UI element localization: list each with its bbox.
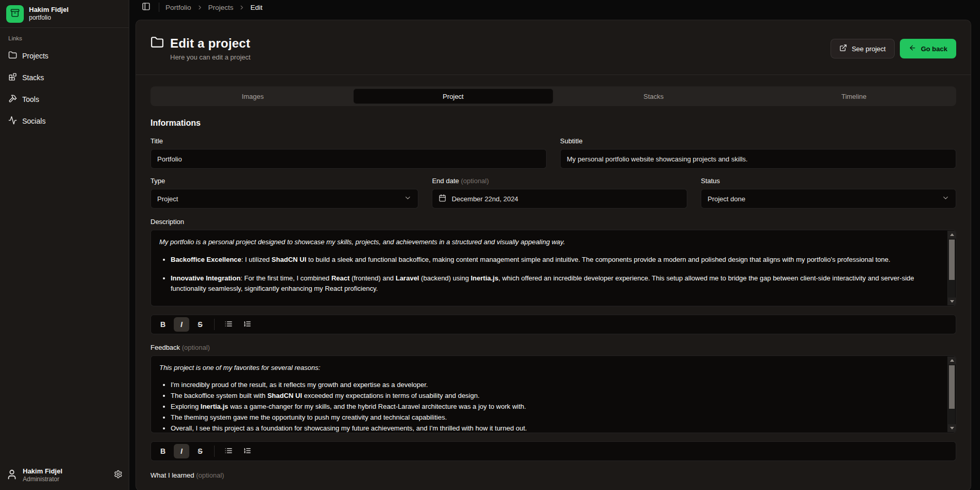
section-title: Informations: [150, 118, 956, 128]
subtitle-label: Subtitle: [560, 137, 956, 145]
strikethrough-button[interactable]: S: [192, 317, 208, 332]
sidebar-item-label: Socials: [22, 117, 46, 125]
ordered-list-button[interactable]: [239, 317, 255, 332]
user-icon: [6, 469, 18, 482]
ordered-list-button[interactable]: [239, 444, 255, 458]
sidebar-group-label: Links: [5, 35, 124, 47]
folder-icon: [8, 51, 17, 61]
folder-icon: [150, 36, 164, 51]
workspace-switcher[interactable]: Hakim Fidjel portfolio: [0, 0, 129, 28]
sidebar-item-label: Tools: [22, 95, 39, 103]
feedback-editor[interactable]: This project is one of my favorites for …: [150, 355, 956, 433]
page-title: Edit a project: [170, 36, 250, 51]
description-scrollbar[interactable]: [947, 231, 955, 305]
go-back-label: Go back: [921, 45, 947, 53]
subtitle-field-group: Subtitle: [560, 137, 956, 169]
status-field-group: Status Project done: [701, 177, 956, 209]
blocks-icon: [8, 72, 17, 83]
description-label: Description: [150, 218, 956, 226]
workspace-logo: [6, 5, 24, 23]
description-toolbar: B I S: [150, 315, 956, 334]
tab-timeline[interactable]: Timeline: [754, 88, 955, 104]
tab-bar: Images Project Stacks Timeline: [150, 86, 956, 106]
sidebar-toggle-button[interactable]: [140, 0, 153, 14]
description-field-group: Description My portfolio is a personal p…: [150, 218, 956, 334]
description-bullet-list: Backoffice Excellence: I utilized ShadCN…: [171, 255, 940, 294]
toolbar-divider: [214, 319, 215, 330]
end-date-value: December 22nd, 2024: [451, 195, 518, 203]
sidebar-item-label: Stacks: [22, 73, 44, 82]
feedback-scrollbar[interactable]: [947, 357, 955, 432]
breadcrumb-projects[interactable]: Projects: [208, 4, 234, 11]
scrollbar-thumb[interactable]: [949, 365, 955, 409]
title-input[interactable]: [150, 149, 547, 169]
status-value: Project done: [707, 195, 942, 203]
description-editor[interactable]: My portfolio is a personal project desig…: [150, 230, 956, 306]
user-name: Hakim Fidjel: [23, 467, 109, 476]
bullet-list-button[interactable]: [221, 444, 236, 458]
external-link-icon: [839, 44, 847, 53]
breadcrumb: Portfolio Projects Edit: [165, 4, 263, 11]
see-project-label: See project: [852, 45, 886, 53]
list-icon: [224, 320, 233, 330]
learned-label: What I learned (optional): [150, 471, 956, 479]
sidebar-item-projects[interactable]: Projects: [5, 47, 124, 65]
sidebar-nav: Links Projects Stacks Tools: [0, 28, 129, 461]
panel-left-icon: [142, 2, 150, 12]
tab-images[interactable]: Images: [153, 88, 353, 104]
status-label: Status: [701, 177, 956, 185]
sidebar-user[interactable]: Hakim Fidjel Administrator: [0, 461, 129, 490]
edit-project-card: Edit a project Here you can edit a proje…: [135, 20, 971, 490]
title-label: Title: [150, 137, 547, 145]
end-date-picker[interactable]: December 22nd, 2024: [432, 189, 687, 209]
breadcrumb-portfolio[interactable]: Portfolio: [165, 4, 191, 11]
bold-button[interactable]: B: [155, 317, 171, 332]
archive-icon: [10, 8, 20, 20]
gear-icon[interactable]: [114, 470, 123, 481]
user-role: Administrator: [23, 476, 109, 484]
feedback-optional: (optional): [182, 344, 210, 351]
status-select[interactable]: Project done: [701, 189, 956, 209]
end-date-label: End date (optional): [432, 177, 687, 185]
sidebar: Hakim Fidjel portfolio Links Projects St…: [0, 0, 129, 490]
tab-stacks[interactable]: Stacks: [553, 88, 754, 104]
page-subtitle: Here you can edit a project: [170, 53, 250, 61]
italic-button[interactable]: I: [174, 444, 189, 458]
subtitle-input[interactable]: [560, 149, 956, 169]
scroll-up-arrow[interactable]: [948, 357, 956, 364]
bold-button[interactable]: B: [155, 444, 171, 458]
sidebar-item-socials[interactable]: Socials: [5, 112, 124, 130]
bullet-list-button[interactable]: [221, 317, 236, 332]
sidebar-item-label: Projects: [22, 52, 49, 60]
scroll-up-arrow[interactable]: [948, 231, 956, 239]
type-value: Project: [157, 195, 404, 203]
scroll-down-arrow[interactable]: [948, 424, 956, 432]
sidebar-item-stacks[interactable]: Stacks: [5, 68, 124, 87]
end-date-field-group: End date (optional) December 22nd, 2024: [432, 177, 687, 209]
ordered-list-icon: [243, 320, 251, 330]
main-area: Portfolio Projects Edit Edit: [129, 0, 980, 490]
breadcrumb-edit: Edit: [250, 4, 262, 11]
scroll-down-arrow[interactable]: [948, 298, 956, 305]
chevron-right-icon: [197, 4, 203, 11]
tab-project[interactable]: Project: [353, 88, 554, 104]
scrollbar-thumb[interactable]: [949, 240, 955, 280]
chevron-down-icon: [404, 194, 412, 203]
ordered-list-icon: [243, 447, 251, 456]
description-intro: My portfolio is a personal project desig…: [159, 237, 940, 247]
sidebar-item-tools[interactable]: Tools: [5, 90, 124, 109]
see-project-button[interactable]: See project: [831, 39, 895, 58]
app-root: Hakim Fidjel portfolio Links Projects St…: [0, 0, 980, 490]
end-date-optional: (optional): [461, 177, 489, 185]
activity-icon: [8, 116, 17, 126]
strikethrough-button[interactable]: S: [192, 444, 208, 458]
topbar-separator: [159, 3, 159, 12]
type-select[interactable]: Project: [150, 189, 418, 209]
hammer-icon: [8, 94, 17, 105]
workspace-subtitle: portfolio: [29, 14, 69, 22]
feedback-bullet-list: I'm incredibly proud of the result, as i…: [171, 380, 940, 433]
italic-button[interactable]: I: [174, 317, 189, 332]
go-back-button[interactable]: Go back: [900, 39, 956, 58]
feedback-field-group: Feedback (optional) This project is one …: [150, 344, 956, 461]
list-icon: [224, 447, 233, 456]
